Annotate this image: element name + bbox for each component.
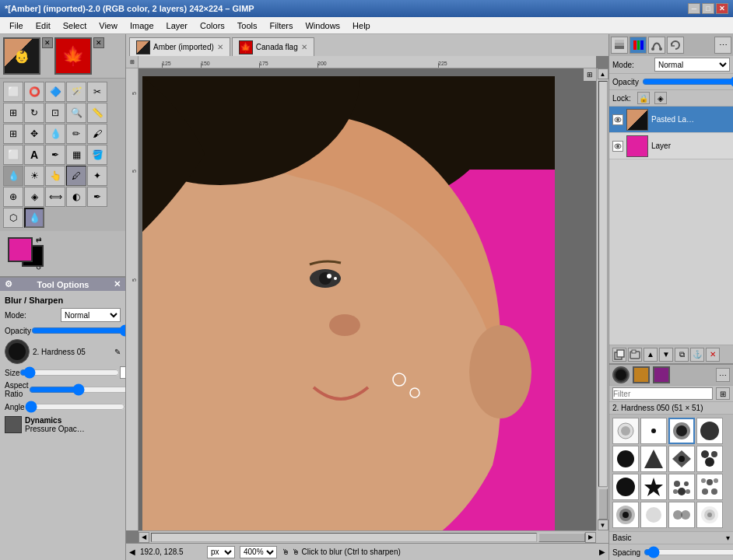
tool-path[interactable]: ✒ xyxy=(45,145,65,165)
paths-tab-icon[interactable] xyxy=(648,37,665,54)
brush-item-16[interactable] xyxy=(696,502,723,528)
brush-item-6[interactable] xyxy=(640,446,667,472)
foreground-color[interactable] xyxy=(8,237,33,262)
brush-item-1[interactable] xyxy=(612,418,639,444)
tool-transform[interactable]: ⊡ xyxy=(45,103,65,123)
brush-item-15[interactable] xyxy=(668,502,695,528)
menu-file[interactable]: File xyxy=(3,18,30,33)
unit-dropdown[interactable]: px in mm xyxy=(207,546,235,558)
tool-cage[interactable]: ⬡ xyxy=(3,208,23,228)
scroll-track-h[interactable] xyxy=(151,533,537,542)
lock-pixels-btn[interactable]: 🔒 xyxy=(637,92,650,104)
brush-item-7[interactable] xyxy=(668,446,695,472)
zoom-dropdown[interactable]: 400% 200% 100% 50% xyxy=(240,546,277,558)
brush-preview[interactable] xyxy=(5,339,30,364)
tool-free-select[interactable]: 🔷 xyxy=(45,82,65,102)
tool-active[interactable]: 🖊 xyxy=(66,166,86,186)
canvas-nav-corner[interactable]: ⊞ xyxy=(584,68,596,81)
tool-measure[interactable]: 📏 xyxy=(87,103,107,123)
scroll-up-btn[interactable]: ▲ xyxy=(598,68,608,79)
tool-blur[interactable]: 💧 xyxy=(3,166,23,186)
brush-item-2[interactable] xyxy=(640,418,667,444)
anchor-layer-btn[interactable]: ⚓ xyxy=(690,348,704,362)
aspect-slider[interactable] xyxy=(29,384,125,395)
scroll-down-btn[interactable]: ▼ xyxy=(598,520,608,530)
scroll-track-v[interactable] xyxy=(598,81,608,487)
brush-item-13[interactable] xyxy=(612,502,639,528)
delete-layer-btn[interactable]: ✕ xyxy=(706,348,720,362)
thumbnail-amber[interactable]: 👶 xyxy=(3,37,40,75)
layers-opacity-slider[interactable] xyxy=(642,76,733,87)
opacity-slider[interactable] xyxy=(31,325,125,336)
tool-move[interactable]: ✥ xyxy=(24,124,44,144)
basic-arrow[interactable]: ▾ xyxy=(726,534,730,542)
tool-color-picker[interactable]: 💧 xyxy=(45,124,65,144)
tool-rotate[interactable]: ↻ xyxy=(24,103,44,123)
menu-layer[interactable]: Layer xyxy=(160,18,195,33)
brush-edit-icon[interactable]: ✎ xyxy=(114,348,121,356)
layer-down-btn[interactable]: ▼ xyxy=(659,348,673,362)
tool-smudge[interactable]: 👆 xyxy=(45,166,65,186)
minimize-button[interactable]: ─ xyxy=(688,3,700,14)
layer-up-btn[interactable]: ▲ xyxy=(644,348,658,362)
brush-item-14[interactable] xyxy=(640,502,667,528)
tab-flag-close[interactable]: ✕ xyxy=(301,43,307,51)
menu-windows[interactable]: Windows xyxy=(299,18,346,33)
tool-gradient[interactable]: ▦ xyxy=(66,145,86,165)
brush-item-10[interactable] xyxy=(640,474,667,500)
canvas-viewport[interactable] xyxy=(139,68,596,530)
tool-eraser[interactable]: ⬜ xyxy=(3,145,23,165)
tool-ellipse-select[interactable]: ⭕ xyxy=(24,82,44,102)
new-layer-from-visible-btn[interactable] xyxy=(612,348,626,362)
tool-paint[interactable]: ◐ xyxy=(66,187,86,207)
tool-pencil[interactable]: ✏ xyxy=(66,124,86,144)
tool-bucket-fill[interactable]: 🪣 xyxy=(87,145,107,165)
tool-heal[interactable]: ✦ xyxy=(87,166,107,186)
layer-item-layer[interactable]: Layer xyxy=(609,133,733,159)
angle-slider[interactable] xyxy=(25,401,125,412)
tool-dodge[interactable]: ☀ xyxy=(24,166,44,186)
brush-item-5[interactable] xyxy=(612,446,639,472)
menu-tools[interactable]: Tools xyxy=(231,18,264,33)
tool-flip[interactable]: ⟺ xyxy=(45,187,65,207)
channels-tab-icon[interactable] xyxy=(630,37,647,54)
tool-text[interactable]: A xyxy=(24,145,44,165)
tab-flag[interactable]: 🍁 Canada flag ✕ xyxy=(232,37,314,56)
menu-help[interactable]: Help xyxy=(346,18,377,33)
swap-colors-icon[interactable]: ⇄ xyxy=(36,236,42,243)
brush-item-11[interactable] xyxy=(668,474,695,500)
tool-clone[interactable]: ⊕ xyxy=(3,187,23,207)
brushes-options-btn[interactable]: ⋯ xyxy=(716,368,730,382)
brush-item-8[interactable] xyxy=(696,446,723,472)
close-tab-amber[interactable]: ✕ xyxy=(42,37,53,48)
layers-tab-icon[interactable] xyxy=(611,37,628,54)
brush-item-4[interactable] xyxy=(696,418,723,444)
thumbnail-flag[interactable]: 🍁 xyxy=(54,37,92,75)
layer-eye-pasted[interactable] xyxy=(612,114,623,125)
maximize-button[interactable]: □ xyxy=(702,3,714,14)
layer-item-pasted[interactable]: Pasted La… xyxy=(609,107,733,133)
scroll-thumb-h[interactable] xyxy=(538,533,585,542)
menu-filters[interactable]: Filters xyxy=(264,18,300,33)
tab-amber[interactable]: Amber (imported) ✕ xyxy=(129,37,230,56)
size-slider[interactable] xyxy=(19,367,120,378)
tool-fuzzy-select[interactable]: 🪄 xyxy=(66,82,86,102)
tool-options-close[interactable]: ✕ xyxy=(114,279,121,289)
brush-item-9[interactable] xyxy=(612,474,639,500)
tool-align[interactable]: ⊞ xyxy=(3,124,23,144)
brush-filter-input[interactable] xyxy=(612,387,713,400)
menu-edit[interactable]: Edit xyxy=(30,18,57,33)
tool-paintbrush[interactable]: 🖌 xyxy=(87,124,107,144)
layers-mode-dropdown[interactable]: Normal Multiply Screen xyxy=(654,58,730,72)
tool-ink[interactable]: ✒ xyxy=(87,187,107,207)
tool-crop[interactable]: ⊞ xyxy=(3,103,23,123)
close-button[interactable]: ✕ xyxy=(716,3,728,14)
menu-image[interactable]: Image xyxy=(124,18,160,33)
new-layer-group-btn[interactable] xyxy=(628,348,642,362)
scroll-right-btn[interactable]: ▶ xyxy=(585,532,596,543)
undo-history-icon[interactable] xyxy=(667,37,684,54)
brush-item-12[interactable] xyxy=(696,474,723,500)
brush-item-3[interactable] xyxy=(668,418,695,444)
brush-view-toggle[interactable]: ⊞ xyxy=(716,387,730,400)
menu-view[interactable]: View xyxy=(93,18,124,33)
